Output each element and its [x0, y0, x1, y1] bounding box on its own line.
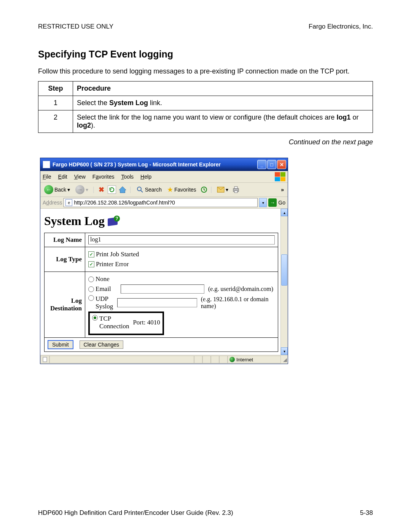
close-button[interactable]: ✕ — [277, 160, 286, 169]
back-icon: ← — [44, 185, 53, 194]
scroll-up-icon[interactable]: ▴ — [281, 209, 288, 216]
log-name-input[interactable]: log1 — [88, 235, 275, 244]
chevron-down-icon: ▾ — [86, 187, 88, 193]
page-heading: System Log ? — [44, 214, 278, 228]
address-label: Address — [43, 200, 62, 206]
page-content: System Log ? Log Name log1 Log Type — [40, 209, 280, 355]
go-button[interactable]: → — [268, 198, 277, 207]
statusbar: Internet ◢ — [40, 355, 288, 364]
radio-email[interactable]: Email — [88, 285, 117, 293]
mail-icon — [217, 186, 225, 193]
scroll-thumb[interactable] — [281, 254, 287, 286]
back-button[interactable]: ← Back ▾ — [43, 184, 72, 195]
menu-favorites[interactable]: Favorites — [92, 174, 115, 180]
history-button[interactable] — [200, 186, 208, 193]
svg-line-1 — [141, 190, 143, 192]
printer-icon — [232, 186, 240, 193]
svg-rect-6 — [234, 191, 237, 193]
table-row: 2 Select the link for the log name you w… — [38, 110, 373, 133]
radio-udp[interactable]: UDPSyslog — [88, 295, 113, 310]
radio-none[interactable]: None — [88, 275, 110, 283]
clear-changes-button[interactable]: Clear Changes — [80, 340, 123, 349]
address-dropdown[interactable]: ▾ — [259, 198, 267, 207]
tcp-highlight: TCPConnection Port: 4010 — [88, 312, 164, 335]
doc-header: RESTRICTED USE ONLY Fargo Electronics, I… — [38, 23, 373, 30]
history-icon — [200, 186, 208, 193]
radio-icon — [92, 315, 98, 321]
windows-logo-icon — [275, 172, 285, 181]
log-name-label: Log Name — [45, 233, 85, 247]
titlebar: e Fargo HDP600 ( S/N 273 ) System Log - … — [40, 158, 288, 171]
page-icon: e — [65, 199, 72, 206]
udp-input[interactable] — [117, 298, 197, 307]
resize-grip-icon[interactable]: ◢ — [281, 357, 288, 363]
menu-help[interactable]: Help — [140, 174, 151, 180]
refresh-button[interactable] — [108, 185, 116, 194]
mail-button[interactable]: ▾ — [215, 185, 230, 194]
menubar: File Edit View Favorites Tools Help — [40, 171, 288, 183]
step-number: 1 — [38, 96, 73, 110]
minimize-button[interactable]: _ — [257, 160, 266, 169]
svg-rect-7 — [43, 357, 47, 362]
log-destination-label: LogDestination — [45, 272, 85, 338]
tcp-port: Port: 4010 — [133, 319, 160, 326]
book-help-icon: ? — [108, 216, 119, 226]
refresh-icon — [109, 187, 115, 193]
menu-edit[interactable]: Edit — [58, 174, 67, 180]
window-title: Fargo HDP600 ( S/N 273 ) System Log - Mi… — [53, 161, 257, 168]
toolbar-overflow[interactable]: » — [281, 187, 285, 193]
step-text: Select the System Log link. — [73, 96, 373, 110]
menu-view[interactable]: View — [74, 174, 86, 180]
scroll-track[interactable] — [281, 216, 288, 347]
maximize-button[interactable]: □ — [267, 160, 276, 169]
section-title: Specifying TCP Event logging — [38, 49, 373, 60]
status-page-icon — [40, 356, 49, 363]
address-bar: Address e http://206.152.208.126/logpath… — [40, 197, 288, 209]
radio-icon — [88, 276, 94, 282]
email-input[interactable] — [121, 284, 204, 294]
config-form: Log Name log1 Log Type ✓ Print Job Start… — [44, 233, 278, 338]
address-value: http://206.152.208.126/logpathConf.html?… — [74, 200, 175, 206]
checkbox-icon: ✓ — [88, 251, 94, 257]
continued-note: Continued on the next page — [38, 138, 373, 146]
radio-icon — [88, 286, 94, 292]
favorites-button[interactable]: ★ Favorites — [166, 185, 198, 195]
table-row: 1 Select the System Log link. — [38, 96, 373, 110]
radio-icon — [88, 295, 94, 301]
forward-button[interactable]: → ▾ — [74, 184, 90, 195]
scroll-down-icon[interactable]: ▾ — [281, 347, 288, 355]
intro-text: Follow this procedure to send logging me… — [38, 67, 373, 76]
search-button[interactable]: Search — [135, 185, 163, 194]
submit-button[interactable]: Submit — [48, 340, 73, 349]
step-number: 2 — [38, 110, 73, 133]
footer-left: HDP600 High Definition Card Printer/Enco… — [38, 509, 233, 517]
email-hint: (e.g. userid@domain.com) — [208, 286, 273, 292]
col-step: Step — [38, 81, 73, 96]
checkbox-printer-error[interactable]: ✓ Printer Error — [88, 260, 129, 268]
radio-tcp[interactable]: TCPConnection — [92, 315, 129, 330]
forward-icon: → — [75, 185, 84, 194]
header-left: RESTRICTED USE ONLY — [38, 23, 113, 30]
ie-window: e Fargo HDP600 ( S/N 273 ) System Log - … — [40, 158, 288, 364]
print-button[interactable] — [232, 186, 240, 193]
ie-app-icon: e — [43, 161, 50, 168]
checkbox-print-job[interactable]: ✓ Print Job Started — [88, 251, 139, 258]
stop-button[interactable]: ✖ — [98, 186, 105, 193]
submit-row: Submit Clear Changes — [44, 338, 278, 352]
menu-tools[interactable]: Tools — [121, 174, 134, 180]
toolbar: ← Back ▾ → ▾ │ ✖ │ Search — [40, 183, 288, 197]
address-input[interactable]: e http://206.152.208.126/logpathConf.htm… — [64, 198, 258, 207]
go-label: Go — [278, 200, 285, 206]
vertical-scrollbar[interactable]: ▴ ▾ — [280, 209, 288, 355]
footer-right: 5-38 — [360, 509, 373, 517]
search-icon — [136, 186, 144, 193]
log-type-label: Log Type — [45, 247, 85, 272]
status-zone: Internet — [228, 356, 281, 363]
home-button[interactable] — [118, 186, 127, 193]
home-icon — [118, 186, 127, 193]
doc-footer: HDP600 High Definition Card Printer/Enco… — [38, 509, 373, 517]
svg-rect-5 — [234, 187, 237, 189]
menu-file[interactable]: File — [43, 174, 51, 180]
star-icon: ★ — [167, 185, 173, 194]
header-right: Fargo Electronics, Inc. — [309, 23, 373, 30]
